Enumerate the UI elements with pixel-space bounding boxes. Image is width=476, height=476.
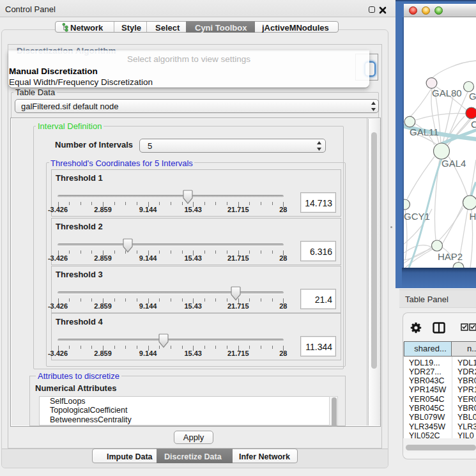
svg-text:GAL11: GAL11: [410, 127, 439, 137]
svg-text:GAL2: GAL2: [469, 91, 476, 102]
svg-text:GCY1: GCY1: [404, 211, 430, 222]
svg-text:HIS7: HIS7: [470, 211, 476, 222]
svg-text:GAL80: GAL80: [432, 88, 462, 98]
svg-text:CDC: CDC: [471, 119, 476, 130]
svg-text:HAP2: HAP2: [438, 251, 463, 262]
svg-text:GAL4: GAL4: [441, 158, 466, 169]
